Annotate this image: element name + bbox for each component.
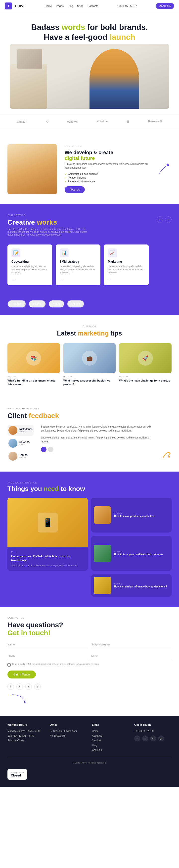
stat-offices[interactable]: Offices — [67, 300, 84, 308]
social-linkedin[interactable]: in — [25, 683, 32, 690]
check-item-1: Adipiscing elit sed eiusmod — [65, 173, 149, 175]
social-twitter[interactable]: t — [17, 683, 23, 690]
footer-social-in[interactable]: in — [150, 736, 156, 741]
knowledge-main-desc: Proin duis mas a nibh, pulvinar nec, lao… — [11, 564, 84, 567]
nav-pages[interactable]: Pages — [56, 4, 64, 7]
footer-social-f[interactable]: f — [134, 736, 140, 741]
hero-stair-element — [18, 49, 42, 69]
feedback-headline: Client feedback — [7, 412, 172, 420]
nav-shop[interactable]: Shop — [77, 4, 84, 7]
knowledge-small-title-2: How can design influence buying decision… — [114, 585, 167, 588]
feedback-dot-1[interactable] — [48, 447, 54, 452]
footer: Working Hours Monday–Friday: 9 AM – 6 PM… — [0, 716, 179, 787]
knowledge-small-title-1: How to turn your cold leads into hot one… — [114, 553, 163, 556]
service-arrow-2[interactable]: → — [108, 277, 111, 281]
knowledge-small-img-2 — [94, 577, 111, 594]
logo[interactable]: T THRIVE — [5, 2, 26, 9]
footer-contact-phone: +1 840 841 25 69 — [134, 729, 172, 733]
logo-text: THRIVE — [13, 4, 26, 8]
contact-snap-input[interactable] — [91, 641, 172, 648]
knowledge-small-text-2: CODING How can design influence buying d… — [114, 583, 167, 588]
blog-card-img-2: 🚀 — [119, 343, 172, 373]
service-icon-1: 📊 — [60, 248, 69, 257]
sunday-card-label: sunday Cased — [11, 772, 24, 774]
footer-link-0[interactable]: Home — [92, 729, 129, 733]
footer-copyright: © 2023 Thrive. All rights reserved. — [7, 758, 172, 764]
service-icon-2: 📈 — [108, 248, 117, 257]
hero-person-figure — [90, 49, 139, 109]
social-instagram[interactable]: ig — [34, 683, 41, 690]
avatar-2[interactable]: Tom W. Partner — [7, 451, 34, 462]
footer-link-1[interactable]: About Us — [92, 734, 129, 738]
service-arrow-0[interactable]: → — [11, 277, 15, 281]
nav-links: Home Pages Blog Shop Contacts — [44, 4, 98, 7]
contact-tag: CONTACT US — [7, 617, 172, 619]
feedback-avatars: Nick Jones Buyer Sarah M. Client Tom W. … — [7, 425, 34, 462]
services-desc: Duis te feugifacilisi. Duis autem dolor … — [7, 228, 92, 236]
service-arrow-1[interactable]: → — [60, 277, 63, 281]
knowledge-small-tag-0: CODING — [114, 513, 155, 515]
services-next-button[interactable]: → — [165, 216, 172, 223]
hero-headline-launch: launch — [110, 33, 135, 41]
footer-link-4[interactable]: Contacts — [92, 748, 129, 752]
footer-social-gplus[interactable]: g+ — [158, 736, 164, 741]
contact-headline-main: Have questions? — [7, 621, 63, 629]
service-icon-0: 📝 — [11, 248, 20, 257]
contact-phone-input[interactable] — [7, 652, 88, 659]
stat-people[interactable]: People — [29, 300, 46, 308]
feedback-dots — [41, 447, 154, 452]
stat-years[interactable]: Years — [49, 300, 64, 308]
footer-links: Links Home About Us Services Blog Contac… — [92, 723, 129, 753]
avatar-0[interactable]: Nick Jones Buyer — [7, 425, 34, 436]
contact-submit-button[interactable]: Get In Touch — [7, 671, 36, 679]
service-title-2: Marketing — [108, 260, 145, 264]
knowledge-main-date: 21 — — [11, 551, 84, 553]
logo-icon: T — [5, 2, 12, 9]
knowledge-small-img-0 — [94, 506, 111, 524]
knowledge-small-img-1 — [94, 545, 111, 562]
feedback-dot-0[interactable] — [41, 447, 47, 452]
hero-headline: Badass words for bold brands. Have a fee… — [10, 22, 169, 42]
contact-email-field — [91, 652, 172, 659]
avatar-name-1: Sarah M. — [20, 441, 30, 443]
hero-image — [10, 44, 169, 109]
hero-headline-feel: Have a feel-good — [44, 33, 108, 41]
nav-contacts[interactable]: Contacts — [88, 4, 98, 7]
feedback-headline-accent: feedback — [29, 412, 59, 420]
blog-card-img-0: 📚 — [7, 343, 60, 373]
stat-projects[interactable]: Projects — [7, 300, 26, 308]
knowledge-main-card: 📱 21 — Instagram vs. TikTok: which is ri… — [7, 498, 88, 571]
nav-home[interactable]: Home — [44, 4, 52, 7]
feedback-text: Beatae vitae dicta sunt explicabo. Nemo … — [41, 425, 154, 452]
navigation: T THRIVE Home Pages Blog Shop Contacts 1… — [0, 0, 179, 12]
contact-name-input[interactable] — [7, 641, 88, 648]
footer-contact-title: Get In Touch — [134, 723, 172, 726]
services-header-text: OUR SERVICE Creative works Duis te feugi… — [7, 214, 92, 241]
contact-deco-arrow — [7, 692, 27, 705]
nav-cta-button[interactable]: About Us — [156, 3, 174, 9]
services-prev-button[interactable]: ← — [157, 216, 163, 223]
hero-headline-bold: for bold brands. — [87, 23, 148, 32]
knowledge-main-content: 21 — Instagram vs. TikTok: which is righ… — [7, 548, 88, 571]
footer-link-2[interactable]: Services — [92, 739, 129, 742]
footer-office: Office 27 Division St, New York, NY 1000… — [50, 723, 87, 753]
service-title-1: SMM strategy — [60, 260, 96, 264]
footer-link-3[interactable]: Blog — [92, 743, 129, 747]
knowledge-small-tag-1: CODING — [114, 551, 163, 553]
about-cta-button[interactable]: About Us — [65, 186, 85, 193]
about-headline-accent: digital future — [65, 155, 95, 161]
avatar-name-0: Nick Jones — [20, 428, 33, 431]
nav-blog[interactable]: Blog — [68, 4, 73, 7]
footer-social-t[interactable]: t — [142, 736, 148, 741]
blog-card-img-1: 💼 — [63, 343, 116, 373]
knowledge-headline: Things you need to know — [7, 485, 172, 493]
services-header: OUR SERVICE Creative works Duis te feugi… — [7, 214, 172, 241]
avatar-role-2: Partner — [20, 456, 28, 459]
stats-section: Projects People Years Offices — [0, 295, 179, 315]
avatar-1[interactable]: Sarah M. Client — [7, 438, 34, 449]
contact-checkbox[interactable] — [7, 663, 11, 666]
social-facebook[interactable]: f — [7, 683, 14, 690]
knowledge-headline-accent: need — [44, 485, 59, 492]
contact-email-input[interactable] — [91, 652, 172, 659]
social-icons: f t in ig — [7, 683, 172, 690]
